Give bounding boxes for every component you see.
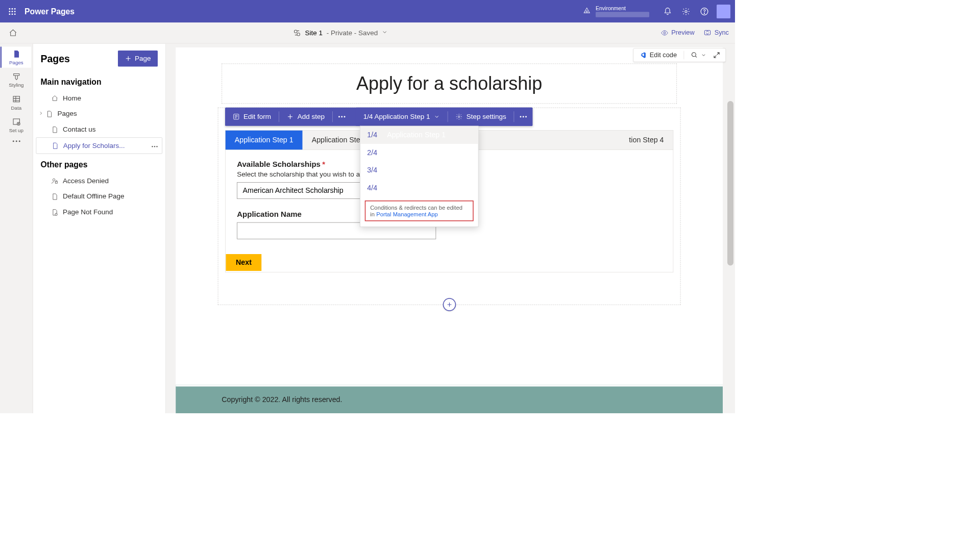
sync-label: Sync	[715, 29, 729, 37]
plus-icon	[125, 55, 132, 62]
chevron-right-icon[interactable]	[38, 110, 44, 118]
fullscreen-button[interactable]	[713, 52, 720, 59]
app-launcher-button[interactable]	[5, 4, 20, 19]
svg-point-23	[152, 146, 153, 147]
tab-step-4[interactable]: tion Step 4	[620, 131, 673, 150]
svg-point-25	[156, 146, 157, 147]
rail-more[interactable]	[1, 137, 32, 145]
step-more-button[interactable]	[514, 108, 532, 126]
step-option-4[interactable]: 4/4Application Step 4	[360, 179, 478, 197]
rail-data[interactable]: Data	[1, 92, 32, 113]
user-avatar[interactable]	[717, 5, 730, 18]
edit-code-button[interactable]: Edit code	[639, 52, 677, 59]
svg-point-30	[338, 116, 340, 117]
nav-item-apply[interactable]: Apply for Scholars...	[36, 137, 163, 154]
tab-step-1[interactable]: Application Step 1	[226, 131, 303, 150]
rail-label: Pages	[9, 60, 23, 65]
nav-item-home[interactable]: Home	[36, 90, 163, 106]
form-more-button[interactable]	[333, 108, 351, 126]
more-icon	[338, 116, 346, 118]
expand-icon	[713, 52, 720, 59]
environment-label: Environment	[596, 6, 649, 12]
home-button[interactable]	[6, 26, 20, 40]
rail-styling[interactable]: Styling	[1, 69, 32, 90]
step-option-1[interactable]: 1/4Application Step 1	[360, 127, 478, 144]
svg-point-9	[586, 11, 587, 12]
nav-item-notfound[interactable]: Page Not Found	[36, 205, 163, 220]
edit-form-button[interactable]: Edit form	[225, 108, 279, 126]
step-settings-button[interactable]: Step settings	[448, 108, 514, 126]
svg-point-12	[704, 13, 704, 13]
nav-item-access-denied[interactable]: Access Denied	[36, 173, 163, 189]
vertical-scrollbar[interactable]	[727, 101, 733, 377]
nav-item-pages[interactable]: Pages	[36, 106, 163, 122]
hero-section[interactable]: Apply for a scholarship	[222, 64, 677, 104]
rail-setup[interactable]: Set up	[1, 114, 32, 135]
other-pages-heading: Other pages	[33, 154, 166, 173]
portal-mgmt-link[interactable]: Portal Management App	[376, 211, 438, 217]
sync-button[interactable]: Sync	[704, 29, 729, 37]
site-state: - Private - Saved	[327, 29, 378, 37]
notifications-button[interactable]	[658, 2, 677, 20]
step-settings-label: Step settings	[467, 113, 506, 121]
more-icon	[520, 116, 527, 118]
svg-point-22	[18, 140, 20, 142]
svg-point-33	[458, 116, 460, 117]
zoom-icon	[691, 52, 698, 59]
nav-item-offline[interactable]: Default Offline Page	[36, 189, 163, 205]
chevron-down-icon	[701, 53, 706, 58]
step-option-3[interactable]: 3/4Application Step 3	[360, 162, 478, 180]
add-step-button[interactable]: Add step	[279, 108, 332, 126]
svg-point-8	[14, 13, 16, 15]
form-icon	[233, 113, 240, 120]
svg-point-24	[154, 146, 155, 147]
site-dropdown-icon[interactable]	[382, 29, 388, 37]
person-lock-icon	[52, 178, 59, 185]
svg-point-2	[14, 8, 16, 9]
step-dropdown: 1/4Application Step 1 2/4Application Ste…	[360, 126, 479, 227]
step-dropdown-note: Conditions & redirects can be edited in …	[365, 201, 474, 221]
nav-label: Page Not Found	[63, 208, 113, 216]
eye-icon	[660, 29, 668, 37]
step-picker-button[interactable]: 1/4 Application Step 1	[356, 108, 448, 126]
page-icon	[46, 110, 53, 117]
environment-icon	[583, 6, 592, 16]
nav-item-contact[interactable]: Contact us	[36, 122, 163, 138]
step-idx: 4/4	[367, 184, 380, 192]
step-option-2[interactable]: 2/4Application Step 2	[360, 144, 478, 162]
rail-label: Data	[11, 105, 22, 111]
page-error-icon	[52, 209, 59, 216]
add-section-button[interactable]	[443, 298, 456, 311]
settings-button[interactable]	[677, 2, 695, 20]
add-page-button[interactable]: Page	[118, 51, 158, 67]
field1-label: Available Scholarships	[237, 160, 321, 169]
svg-point-6	[9, 13, 10, 15]
nav-label: Access Denied	[63, 177, 109, 185]
nav-label: Contact us	[63, 126, 96, 134]
svg-point-20	[12, 140, 14, 142]
page-title: Apply for a scholarship	[245, 73, 653, 94]
preview-button[interactable]: Preview	[660, 29, 694, 37]
zoom-button[interactable]	[691, 52, 706, 59]
svg-point-31	[341, 116, 342, 117]
site-name[interactable]: Site 1	[305, 29, 323, 37]
chevron-down-icon	[434, 114, 440, 120]
footer-text: Copyright © 2022. All rights reserved.	[222, 396, 342, 405]
help-button[interactable]	[695, 2, 714, 20]
svg-point-21	[15, 140, 17, 142]
page-icon	[52, 193, 59, 200]
svg-point-1	[12, 8, 13, 9]
svg-rect-17	[13, 96, 19, 102]
svg-point-15	[664, 32, 666, 34]
next-button[interactable]: Next	[226, 254, 262, 271]
preview-label: Preview	[671, 29, 694, 37]
svg-point-10	[685, 10, 687, 12]
svg-point-7	[12, 13, 13, 15]
item-more-button[interactable]	[151, 142, 158, 150]
svg-point-13	[294, 30, 297, 33]
rail-pages[interactable]: Pages	[1, 47, 31, 68]
add-page-label: Page	[135, 55, 151, 63]
nav-label: Pages	[58, 110, 77, 118]
step-label: Application Step 4	[387, 184, 446, 192]
svg-point-4	[12, 11, 13, 12]
